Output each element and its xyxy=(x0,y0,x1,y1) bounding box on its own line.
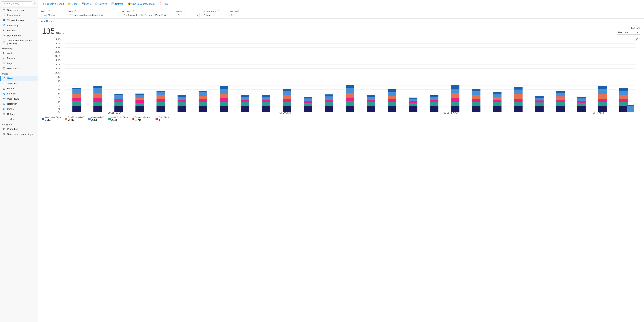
sidebar-item-alerts[interactable]: Alerts xyxy=(0,50,38,56)
sidebar-item-metrics[interactable]: Metrics xyxy=(0,56,38,61)
sidebar-item-troubleshooting[interactable]: Troubleshooting guides (preview) xyxy=(0,38,38,46)
bar-7 xyxy=(198,91,207,112)
sidebar-item-performance[interactable]: Performance xyxy=(0,33,38,38)
sidebar-item-transaction-search[interactable]: Transaction search xyxy=(0,18,38,23)
during-info-icon[interactable]: i xyxy=(48,10,50,12)
sidebar-item-logs[interactable]: Logs xyxy=(0,61,38,66)
events-info-icon[interactable]: i xyxy=(183,10,185,12)
feedback-icon: 😊 xyxy=(128,2,131,5)
bar-27 xyxy=(619,88,628,112)
sidebar-item-availability[interactable]: Availability xyxy=(0,23,38,28)
svg-rect-114 xyxy=(198,96,207,99)
sidebar-item-failures[interactable]: Failures xyxy=(0,28,38,33)
sidebar-item-smart-detection[interactable]: Smart detection xyxy=(0,7,38,12)
legend-item-washington: Washington (Avg) 2.33 xyxy=(42,116,61,122)
svg-rect-11 xyxy=(3,52,4,54)
svg-text:1: 1 xyxy=(58,108,61,110)
svg-rect-154 xyxy=(346,85,354,88)
svg-rect-206 xyxy=(556,102,564,106)
sidebar-item-workbooks[interactable]: Workbooks xyxy=(0,66,38,71)
events-select[interactable]: All xyxy=(176,13,200,17)
svg-rect-180 xyxy=(451,89,460,93)
svg-rect-92 xyxy=(114,95,123,99)
svg-rect-86 xyxy=(94,93,102,98)
sidebar-item-impact[interactable]: Impact xyxy=(0,106,38,111)
split-by-info-icon[interactable]: i xyxy=(236,10,239,12)
feedback-button[interactable]: 😊 Give us your feedback xyxy=(126,1,157,6)
svg-rect-201 xyxy=(535,102,544,106)
sidebar-item-more[interactable]: ... More xyxy=(0,116,38,122)
sidebar-item-retention[interactable]: Retention xyxy=(0,101,38,106)
svg-rect-132 xyxy=(262,95,270,97)
who-used-info-icon[interactable]: i xyxy=(132,10,134,12)
sidebar-item-user-flows[interactable]: User Flows xyxy=(0,96,38,101)
refresh-button[interactable]: 🔄 Refresh xyxy=(110,1,126,6)
svg-rect-161 xyxy=(388,102,396,106)
svg-rect-88 xyxy=(94,86,102,88)
sidebar-item-cohorts[interactable]: Cohorts xyxy=(0,111,38,116)
search-input[interactable] xyxy=(2,1,32,6)
svg-rect-181 xyxy=(451,85,460,89)
chart-container: 135 users Chart Type Bar chartLine chart… xyxy=(38,24,644,322)
show-info-icon[interactable]: i xyxy=(74,10,76,12)
svg-rect-131 xyxy=(262,97,270,100)
main-content: + + Create a Cohort 📂 Open 💾 Save 📋 Save… xyxy=(38,0,644,322)
svg-text:7: 7 xyxy=(58,84,61,86)
bar-26 xyxy=(598,86,607,112)
other-color xyxy=(156,118,158,120)
sidebar-item-smart-detection-settings[interactable]: Smart detection settings xyxy=(0,131,38,137)
svg-rect-144 xyxy=(325,106,333,112)
chart-svg-container: 18 17 16 15 14 13 12 11 xyxy=(42,37,640,114)
svg-rect-151 xyxy=(346,97,354,101)
add-filters-link[interactable]: Add filters xyxy=(41,20,52,22)
washington-label: Washington (Avg) xyxy=(45,116,61,118)
by-value-select[interactable]: 1 hour6 hours12 hours1 day xyxy=(202,13,226,17)
bar-chart-svg: 18 17 16 15 14 13 12 11 xyxy=(42,37,640,114)
svg-rect-184 xyxy=(472,99,480,102)
sidebar-item-live-metrics[interactable]: Live metrics xyxy=(0,12,38,18)
svg-rect-113 xyxy=(198,99,207,102)
help-button[interactable]: ❓ Help xyxy=(157,1,170,6)
undefined-color xyxy=(108,118,110,120)
sidebar: « Smart detection Live metrics Transacti… xyxy=(0,0,38,322)
save-as-button[interactable]: 📋 Save As xyxy=(93,1,109,6)
open-button[interactable]: 📂 Open xyxy=(66,1,80,6)
split-by-select[interactable]: CityCountryBrowserOS xyxy=(229,13,253,17)
save-as-icon: 📋 xyxy=(95,2,98,5)
chart-type-select[interactable]: Bar chartLine chartArea chart xyxy=(616,30,640,35)
save-button[interactable]: 💾 Save xyxy=(80,1,93,6)
svg-rect-217 xyxy=(598,102,607,106)
chicago-value: 2.13 xyxy=(91,118,104,122)
svg-rect-85 xyxy=(94,98,102,102)
sidebar-item-properties[interactable]: Properties xyxy=(0,126,38,131)
svg-rect-159 xyxy=(367,95,375,97)
sidebar-item-users[interactable]: Users xyxy=(0,76,38,81)
troubleshooting-icon xyxy=(3,40,6,43)
during-select[interactable]: Last 24 hoursLast 48 hoursLast 7 daysLas… xyxy=(41,13,65,17)
bar-16 xyxy=(388,89,396,112)
svg-rect-5 xyxy=(4,30,4,31)
who-used-select[interactable]: Any Custom Events, Request or Page ViewC… xyxy=(122,13,173,17)
show-select[interactable]: All Users including synthetic trafficUse… xyxy=(68,13,119,17)
sidebar-item-sessions[interactable]: Sessions xyxy=(0,81,38,86)
svg-rect-126 xyxy=(240,97,249,100)
svg-rect-101 xyxy=(156,102,165,106)
svg-rect-193 xyxy=(493,92,502,94)
create-cohort-button[interactable]: + + Create a Cohort xyxy=(41,1,66,6)
sidebar-item-events[interactable]: Events xyxy=(0,86,38,91)
svg-rect-104 xyxy=(156,92,165,95)
smart-detection-icon xyxy=(3,8,6,11)
legend-item-des-moines: Des Moines (Avg) 2.25 xyxy=(65,116,84,122)
svg-rect-139 xyxy=(304,106,312,112)
collapse-button[interactable]: « xyxy=(34,2,36,5)
svg-rect-175 xyxy=(430,95,438,97)
by-value-info-icon[interactable]: i xyxy=(217,10,219,12)
legend-item-san-antonio: San Antonio (Avg) 1.79 xyxy=(132,116,151,122)
chicago-label: Chicago (Avg) xyxy=(91,116,104,118)
sidebar-item-funnels[interactable]: Funnels xyxy=(0,91,38,96)
svg-rect-169 xyxy=(409,99,417,101)
svg-rect-166 xyxy=(409,106,417,112)
svg-point-29 xyxy=(4,108,4,109)
cohorts-icon xyxy=(3,112,6,115)
metrics-icon xyxy=(3,57,6,60)
